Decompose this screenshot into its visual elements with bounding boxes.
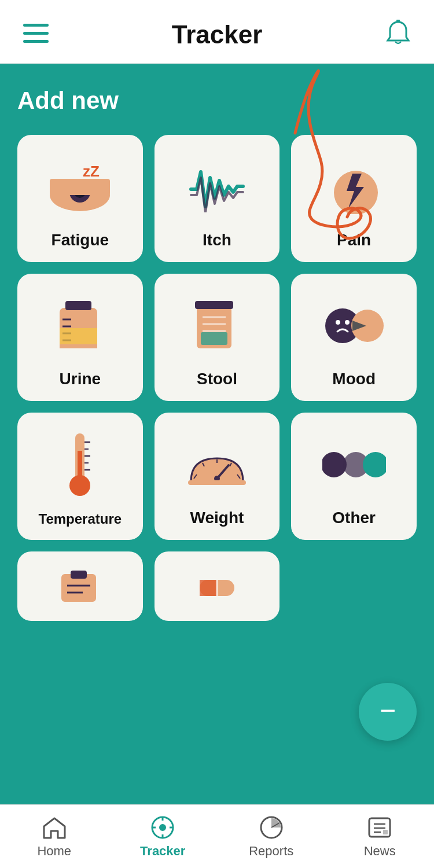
add-new-label: Add new (17, 87, 417, 115)
nav-tracker-label: Tracker (140, 844, 185, 859)
svg-rect-2 (23, 40, 49, 43)
fatigue-icon: zZ (23, 146, 137, 226)
nav-reports-label: Reports (249, 844, 293, 859)
svg-rect-24 (201, 332, 227, 345)
nav-news-label: News (364, 844, 396, 859)
tracker-item-pain[interactable]: Pain (291, 135, 417, 262)
svg-point-26 (336, 320, 340, 325)
fab-icon: − (380, 697, 396, 724)
other-icon (297, 424, 411, 504)
menu-icon[interactable] (23, 24, 49, 46)
svg-rect-20 (195, 301, 233, 309)
weight-icon (160, 424, 274, 504)
tracker-item-partial-2[interactable] (155, 551, 280, 621)
pain-icon (297, 146, 411, 226)
svg-rect-1 (23, 32, 49, 35)
fatigue-label: Fatigue (52, 231, 109, 249)
tracker-item-fatigue[interactable]: zZ Fatigue (17, 135, 143, 262)
home-icon (42, 815, 67, 840)
tracker-item-other[interactable]: Other (291, 413, 417, 540)
nav-item-tracker[interactable]: Tracker (109, 805, 218, 868)
svg-rect-44 (188, 480, 246, 485)
reports-icon (259, 815, 284, 840)
temperature-label: Temperature (39, 511, 122, 527)
stool-label: Stool (197, 370, 237, 388)
tracker-item-temperature[interactable]: Temperature (17, 413, 143, 540)
mood-icon (297, 285, 411, 365)
temp-icon (23, 424, 137, 506)
svg-point-47 (363, 452, 386, 477)
svg-rect-12 (65, 301, 91, 310)
itch-label: Itch (203, 231, 231, 249)
tracker-item-urine[interactable]: Urine (17, 274, 143, 401)
svg-rect-0 (23, 24, 49, 27)
stool-icon (160, 285, 274, 365)
nav-home-label: Home (37, 844, 71, 859)
bottom-nav: Home Tracker Reports News (0, 804, 434, 868)
weight-label: Weight (190, 509, 244, 527)
tracker-nav-icon (150, 815, 175, 840)
svg-rect-49 (71, 571, 87, 579)
urine-label: Urine (60, 370, 101, 388)
tracker-item-mood[interactable]: Mood (291, 274, 417, 401)
news-icon (367, 815, 392, 840)
itch-icon (160, 146, 274, 226)
svg-text:zZ: zZ (83, 163, 100, 180)
nav-item-news[interactable]: News (326, 805, 435, 868)
other-label: Other (332, 509, 376, 527)
svg-rect-53 (200, 580, 217, 596)
bell-icon[interactable] (385, 20, 411, 50)
svg-rect-7 (50, 179, 110, 195)
nav-item-reports[interactable]: Reports (217, 805, 326, 868)
mood-label: Mood (332, 370, 376, 388)
svg-rect-18 (60, 344, 97, 348)
tracker-item-partial-1[interactable] (17, 551, 143, 621)
tracker-item-itch[interactable]: Itch (155, 135, 280, 262)
tracker-item-stool[interactable]: Stool (155, 274, 280, 401)
svg-point-56 (159, 824, 166, 831)
page-title: Tracker (172, 20, 263, 49)
svg-rect-67 (383, 830, 388, 834)
fab-button[interactable]: − (359, 683, 417, 741)
main-content: Add new zZ Fatigue (0, 64, 434, 804)
tracker-grid: zZ Fatigue Itch (17, 135, 417, 540)
urine-icon (23, 285, 137, 365)
pain-label: Pain (337, 231, 371, 249)
svg-point-31 (69, 475, 90, 496)
header: Tracker (0, 0, 434, 64)
tracker-item-weight[interactable]: Weight (155, 413, 280, 540)
svg-point-27 (345, 320, 350, 325)
svg-point-45 (322, 452, 347, 477)
nav-item-home[interactable]: Home (0, 805, 109, 868)
